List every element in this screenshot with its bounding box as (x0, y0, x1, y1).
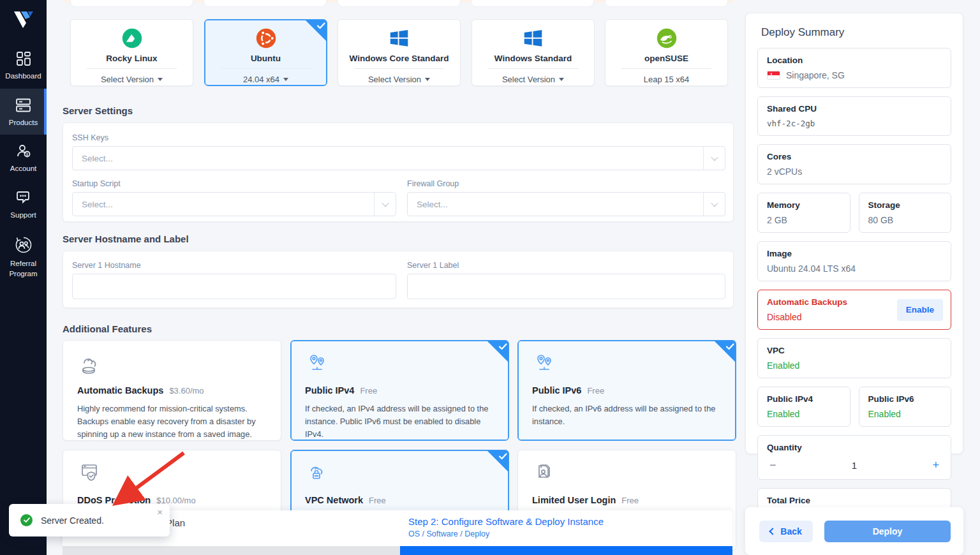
feature-card-automatic-backups[interactable]: Automatic Backups $3.60/mo Highly recomm… (63, 340, 281, 441)
quantity-decrease-button[interactable]: − (769, 459, 776, 472)
server1-hostname-label: Server 1 Hostname (72, 261, 141, 270)
sidebar-item-products[interactable]: Products (0, 89, 47, 135)
back-button[interactable]: Back (759, 521, 813, 542)
hostname-card: Server 1 Hostname Server 1 Label (63, 251, 734, 308)
account-icon (15, 143, 32, 159)
os-card-rocky-linux[interactable]: Rocky Linux Select Version (70, 19, 193, 86)
selected-check-icon (305, 20, 327, 41)
sidebar-item-referral-program[interactable]: Referral Program (0, 227, 47, 286)
partial-card[interactable] (204, 0, 327, 7)
os-version-dropdown[interactable]: 24.04 x64 (243, 75, 288, 84)
summary-label: Quantity (767, 443, 942, 452)
selected-check-icon (714, 341, 736, 362)
summary-label: Location (767, 56, 942, 65)
divider (354, 68, 444, 69)
feature-price: Free (621, 496, 639, 505)
vultr-deploy-page: Dashboard Products (0, 0, 980, 555)
ssh-keys-label: SSH Keys (72, 133, 108, 142)
caret-down-icon (283, 78, 288, 81)
vultr-logo[interactable] (0, 0, 47, 31)
select-divider (703, 147, 725, 170)
vultr-logo-icon (12, 9, 35, 31)
step2-progress-segment (400, 546, 732, 555)
server-settings-heading: Server Settings (63, 105, 133, 116)
sidebar-item-label: Account (10, 164, 37, 174)
summary-label: VPC (767, 346, 942, 355)
feature-title: Public IPv6 (532, 385, 581, 396)
feature-card-public-ipv6[interactable]: Public IPv6 Free If checked, an IPv6 add… (517, 340, 736, 441)
sidebar-item-account[interactable]: Account (0, 135, 47, 181)
quantity-increase-button[interactable]: + (932, 459, 939, 472)
step-progress-bar (63, 546, 732, 555)
summary-label: Total Price (767, 496, 942, 505)
summary-label: Image (767, 249, 942, 258)
vpc-cloud-lock-icon (305, 462, 330, 485)
ssh-keys-select[interactable]: Select... (72, 146, 725, 170)
server1-hostname-input[interactable] (72, 274, 396, 299)
divider (87, 68, 177, 69)
caret-down-icon (425, 78, 430, 81)
os-card-windows-core-standard[interactable]: Windows Core Standard Select Version (338, 19, 461, 86)
summary-location: Location Singapore, SG (757, 48, 951, 88)
summary-value: Enabled (767, 409, 841, 419)
windows-icon (387, 26, 412, 50)
feature-description: If checked, an IPv6 address will be assi… (532, 403, 722, 428)
deploy-summary-panel: Deploy Summary Location Singapore, SG Sh… (745, 13, 963, 454)
summary-label: Storage (868, 200, 942, 210)
summary-automatic-backups: Automatic Backups Disabled Enable (757, 290, 951, 330)
summary-label: Shared CPU (767, 104, 942, 114)
os-card-windows-standard[interactable]: Windows Standard Select Version (471, 19, 595, 86)
limited-user-icon (532, 462, 558, 485)
chevron-down-icon (711, 200, 718, 207)
summary-public-ipv4: Public IPv4 Enabled (757, 387, 850, 427)
summary-label: Public IPv6 (868, 394, 942, 404)
select-divider (374, 193, 396, 216)
partial-card[interactable] (471, 0, 594, 7)
caret-down-icon (559, 78, 564, 81)
partial-card[interactable] (338, 0, 461, 7)
dashboard-icon (15, 50, 32, 67)
products-icon (15, 97, 32, 114)
partial-card[interactable] (605, 0, 728, 7)
toast-close-icon[interactable]: × (157, 507, 163, 517)
opensuse-icon (655, 26, 679, 50)
divider (221, 68, 311, 69)
summary-value: 2 GB (767, 215, 841, 225)
partial-card[interactable] (70, 0, 193, 7)
deploy-button[interactable]: Deploy (824, 521, 951, 542)
ddos-shield-icon (77, 462, 103, 485)
caret-down-icon (158, 78, 163, 81)
summary-label: Cores (767, 152, 942, 161)
startup-script-select[interactable]: Select... (72, 192, 396, 216)
sidebar-item-dashboard[interactable]: Dashboard (0, 42, 47, 89)
summary-quantity: Quantity − 1 + (757, 435, 951, 480)
os-name: openSUSE (644, 54, 688, 63)
windows-icon (521, 26, 546, 50)
summary-value: vhf-2c-2gb (767, 119, 942, 128)
sidebar-item-label: Products (9, 118, 38, 128)
backups-icon (77, 352, 103, 375)
feature-card-public-ipv4[interactable]: Public IPv4 Free If checked, an IPv4 add… (290, 340, 509, 441)
rocky-linux-icon (120, 26, 144, 50)
server1-label-input[interactable] (407, 274, 725, 299)
os-version-dropdown[interactable]: Select Version (368, 75, 430, 84)
feature-description: Highly recommend for mission-critical sy… (77, 403, 267, 441)
summary-storage: Storage 80 GB (859, 193, 952, 233)
chevron-down-icon (711, 154, 718, 161)
os-version-dropdown[interactable]: Select Version (101, 75, 163, 84)
divider (488, 68, 578, 69)
firewall-group-select[interactable]: Select... (407, 192, 725, 216)
os-card-ubuntu[interactable]: Ubuntu 24.04 x64 (204, 19, 327, 86)
feature-title: Limited User Login (532, 495, 616, 505)
os-version-dropdown[interactable]: Select Version (502, 75, 564, 84)
divider (621, 68, 711, 69)
os-name: Windows Standard (494, 54, 572, 63)
summary-value: Enabled (868, 409, 942, 419)
step2-section[interactable]: Step 2: Configure Software & Deploy Inst… (408, 516, 604, 538)
sidebar-item-support[interactable]: Support (0, 181, 47, 228)
os-card-opensuse[interactable]: openSUSE Leap 15 x64 (605, 19, 728, 86)
enable-backups-button[interactable]: Enable (897, 299, 943, 321)
step2-title: Step 2: Configure Software & Deploy Inst… (408, 516, 604, 527)
feature-price: $3.60/mo (169, 386, 204, 396)
feature-title: Public IPv4 (305, 385, 354, 396)
